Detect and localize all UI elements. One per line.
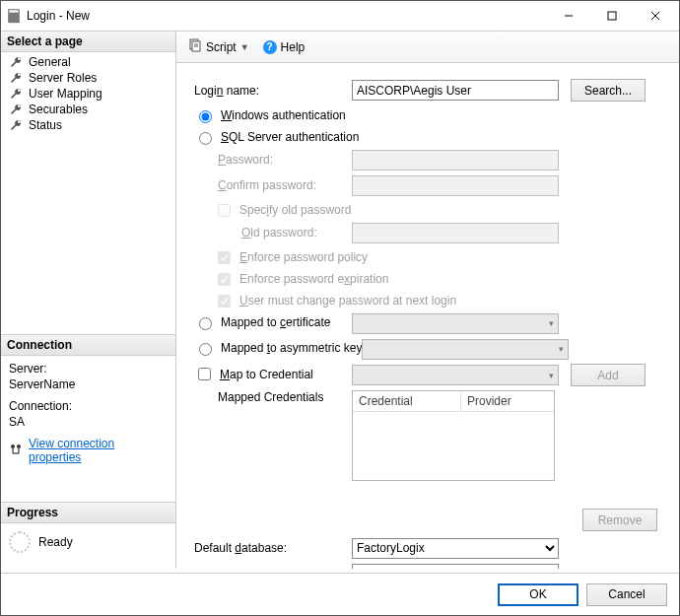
enforce-expiration-row: Enforce password expiration xyxy=(194,269,667,289)
app-icon xyxy=(7,9,21,23)
sidebar-item-general[interactable]: General xyxy=(5,54,171,70)
sql-auth-radio[interactable] xyxy=(199,132,212,145)
script-button[interactable]: Script ▼ xyxy=(184,36,253,57)
enforce-expiration-checkbox xyxy=(218,273,231,286)
svg-rect-1 xyxy=(9,10,18,12)
password-input xyxy=(352,150,559,171)
sql-auth-radio-row[interactable]: SQL Server authentication xyxy=(194,127,667,147)
provider-column-header: Provider xyxy=(461,391,517,411)
default-language-select[interactable]: <default> xyxy=(352,564,559,570)
connection-value: SA xyxy=(9,415,168,429)
title-bar: Login - New xyxy=(1,1,679,31)
help-icon: ? xyxy=(263,40,277,54)
sidebar-item-securables[interactable]: Securables xyxy=(5,102,171,117)
mapped-asym-combo: ▾ xyxy=(362,339,569,360)
progress-body: Ready xyxy=(1,523,175,561)
login-name-input[interactable] xyxy=(352,80,559,101)
must-change-checkbox xyxy=(218,295,231,308)
mapped-asym-label: Mapped to asymmetric key xyxy=(221,341,362,355)
dialog-footer: OK Cancel xyxy=(1,574,679,615)
search-button[interactable]: Search... xyxy=(571,79,646,102)
wrench-icon xyxy=(9,87,23,101)
enforce-policy-checkbox xyxy=(218,251,231,264)
close-button[interactable] xyxy=(634,2,677,30)
password-label: Password: xyxy=(194,153,352,167)
mapped-cert-radio-row[interactable]: Mapped to certificate xyxy=(194,312,352,332)
view-connection-properties-link[interactable]: View connection properties xyxy=(29,437,168,464)
help-button[interactable]: ? Help xyxy=(259,38,309,56)
svg-rect-3 xyxy=(608,12,616,20)
enforce-policy-label: Enforce password policy xyxy=(239,250,368,264)
specify-old-password-row: Specify old password xyxy=(194,200,667,220)
minimize-button[interactable] xyxy=(547,2,590,30)
connection-properties-icon xyxy=(9,443,23,459)
login-name-label: Login name: xyxy=(194,84,352,98)
specify-old-password-checkbox xyxy=(218,204,231,217)
sidebar-item-label: General xyxy=(29,55,71,69)
sidebar-item-user-mapping[interactable]: User Mapping xyxy=(5,86,171,102)
script-label: Script xyxy=(206,40,237,54)
progress-header: Progress xyxy=(1,502,175,523)
script-icon xyxy=(188,38,202,55)
old-password-label: Old password: xyxy=(194,226,352,240)
windows-auth-radio-row[interactable]: Windows authentication xyxy=(194,105,667,125)
server-label: Server: xyxy=(9,362,168,376)
sidebar-item-label: Status xyxy=(29,118,62,132)
map-credential-label: Map to Credential xyxy=(220,368,313,381)
mapped-asym-radio-row[interactable]: Mapped to asymmetric key xyxy=(194,338,362,358)
connection-body: Server: ServerName Connection: SA View c… xyxy=(1,356,175,472)
sidebar-item-label: Server Roles xyxy=(29,71,97,85)
mapped-cert-label: Mapped to certificate xyxy=(221,315,330,329)
windows-auth-radio[interactable] xyxy=(199,110,212,123)
progress-ring-icon xyxy=(9,531,31,553)
window-buttons xyxy=(547,2,677,30)
add-button: Add xyxy=(571,364,646,386)
mapped-asym-radio[interactable] xyxy=(199,343,212,356)
default-database-select[interactable]: FactoryLogix xyxy=(352,538,559,559)
help-label: Help xyxy=(281,40,306,54)
server-value: ServerName xyxy=(9,377,168,391)
svg-point-6 xyxy=(11,445,15,448)
sidebar-item-label: User Mapping xyxy=(29,87,102,101)
sidebar-item-status[interactable]: Status xyxy=(5,117,171,133)
maximize-button[interactable] xyxy=(590,2,634,30)
wrench-icon xyxy=(9,71,23,85)
right-panel: Script ▼ ? Help Login name: Search... Wi… xyxy=(176,32,679,569)
toolbar: Script ▼ ? Help xyxy=(176,32,679,63)
svg-point-7 xyxy=(17,445,21,448)
must-change-label: User must change password at next login xyxy=(239,294,456,308)
windows-auth-label: Windows authentication xyxy=(221,108,346,122)
sidebar-item-server-roles[interactable]: Server Roles xyxy=(5,70,171,86)
enforce-expiration-label: Enforce password expiration xyxy=(239,272,388,286)
select-page-header: Select a page xyxy=(1,32,175,52)
sql-auth-label: SQL Server authentication xyxy=(221,130,359,144)
window-title: Login - New xyxy=(27,9,547,23)
cancel-button[interactable]: Cancel xyxy=(586,583,667,606)
map-credential-row[interactable]: Map to Credential xyxy=(194,365,352,384)
page-list: GeneralServer RolesUser MappingSecurable… xyxy=(1,52,175,135)
must-change-row: User must change password at next login xyxy=(194,291,667,310)
default-database-label: Default database: xyxy=(194,541,352,555)
map-credential-checkbox[interactable] xyxy=(198,368,211,380)
credential-column-header: Credential xyxy=(353,391,461,411)
default-language-label: Default language: xyxy=(194,567,352,569)
mapped-cert-combo: ▾ xyxy=(352,313,559,334)
left-panel: Select a page GeneralServer RolesUser Ma… xyxy=(1,32,176,569)
mapped-credentials-label: Mapped Credentials xyxy=(194,390,352,404)
wrench-icon xyxy=(9,55,23,69)
confirm-password-input xyxy=(352,175,559,196)
remove-button: Remove xyxy=(582,509,657,531)
chevron-down-icon: ▼ xyxy=(240,42,249,52)
mapped-credentials-table: Credential Provider xyxy=(352,390,555,481)
wrench-icon xyxy=(9,103,23,116)
confirm-password-label: Confirm password: xyxy=(194,178,352,192)
sidebar-item-label: Securables xyxy=(29,103,88,116)
old-password-input xyxy=(352,223,559,243)
wrench-icon xyxy=(9,118,23,132)
mapped-cert-radio[interactable] xyxy=(199,317,212,330)
enforce-policy-row: Enforce password policy xyxy=(194,247,667,267)
connection-header: Connection xyxy=(1,334,175,356)
progress-status: Ready xyxy=(38,535,73,549)
map-credential-combo: ▾ xyxy=(352,365,559,385)
ok-button[interactable]: OK xyxy=(498,583,578,606)
